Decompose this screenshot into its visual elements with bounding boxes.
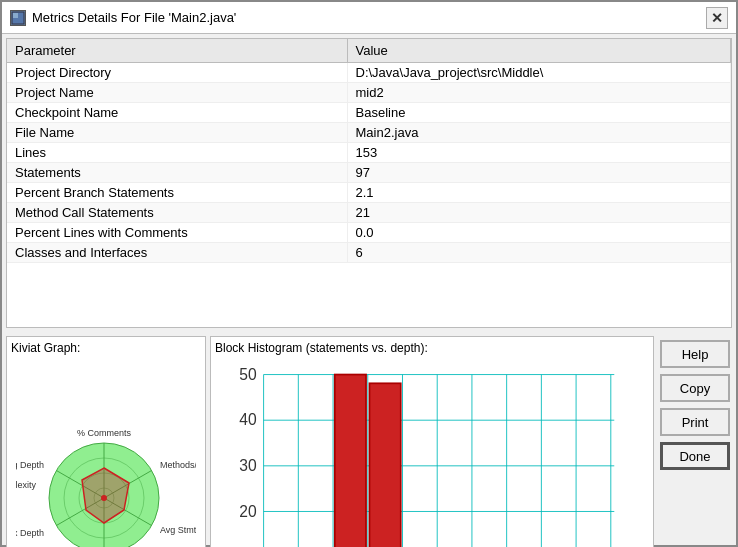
close-button[interactable]: ✕ xyxy=(706,7,728,29)
param-cell: Lines xyxy=(7,143,347,163)
table-row: Method Call Statements21 xyxy=(7,203,731,223)
metrics-table: Parameter Value Project DirectoryD:\Java… xyxy=(7,39,731,263)
table-row: Classes and Interfaces6 xyxy=(7,243,731,263)
value-cell: mid2 xyxy=(347,83,731,103)
col-param-header: Parameter xyxy=(7,39,347,63)
value-cell: Main2.java xyxy=(347,123,731,143)
svg-rect-1 xyxy=(13,13,18,18)
svg-text:% Comments: % Comments xyxy=(77,428,132,438)
param-cell: File Name xyxy=(7,123,347,143)
bottom-section: Kiviat Graph: xyxy=(2,332,736,547)
svg-rect-46 xyxy=(335,375,366,547)
window-title: Metrics Details For File 'Main2.java' xyxy=(32,10,236,25)
kiviat-label: Kiviat Graph: xyxy=(11,341,201,355)
done-button[interactable]: Done xyxy=(660,442,730,470)
param-cell: Checkpoint Name xyxy=(7,103,347,123)
title-bar-left: Metrics Details For File 'Main2.java' xyxy=(10,10,236,26)
param-cell: Project Directory xyxy=(7,63,347,83)
histogram-panel: Block Histogram (statements vs. depth): xyxy=(210,336,654,547)
histogram-label: Block Histogram (statements vs. depth): xyxy=(215,341,649,355)
histogram-chart: 0 10 20 30 40 50 xyxy=(215,357,649,547)
table-row: Project DirectoryD:\Java\Java_project\sr… xyxy=(7,63,731,83)
svg-text:50: 50 xyxy=(239,366,257,383)
param-cell: Percent Branch Statements xyxy=(7,183,347,203)
value-cell: 6 xyxy=(347,243,731,263)
print-button[interactable]: Print xyxy=(660,408,730,436)
table-row: Percent Lines with Comments0.0 xyxy=(7,223,731,243)
svg-text:Avg Stmts/Method: Avg Stmts/Method xyxy=(160,525,196,535)
value-cell: 2.1 xyxy=(347,183,731,203)
title-bar: Metrics Details For File 'Main2.java' ✕ xyxy=(2,2,736,34)
svg-point-13 xyxy=(101,495,107,501)
param-cell: Project Name xyxy=(7,83,347,103)
svg-text:Methods/Class: Methods/Class xyxy=(160,460,196,470)
param-cell: Method Call Statements xyxy=(7,203,347,223)
kiviat-panel: Kiviat Graph: xyxy=(6,336,206,547)
table-row: Project Namemid2 xyxy=(7,83,731,103)
table-row: Checkpoint NameBaseline xyxy=(7,103,731,123)
value-cell: Baseline xyxy=(347,103,731,123)
value-cell: D:\Java\Java_project\src\Middle\ xyxy=(347,63,731,83)
svg-text:Avg Depth: Avg Depth xyxy=(16,460,44,470)
value-cell: 0.0 xyxy=(347,223,731,243)
svg-text:Avg Complexity: Avg Complexity xyxy=(16,480,36,490)
value-cell: 21 xyxy=(347,203,731,223)
kiviat-graph: % Comments Methods/Class Avg Stmts/Metho… xyxy=(11,357,201,547)
main-window: Metrics Details For File 'Main2.java' ✕ … xyxy=(0,0,738,547)
svg-text:20: 20 xyxy=(239,503,257,520)
col-value-header: Value xyxy=(347,39,731,63)
param-cell: Statements xyxy=(7,163,347,183)
help-button[interactable]: Help xyxy=(660,340,730,368)
table-row: Statements97 xyxy=(7,163,731,183)
metrics-table-container[interactable]: Parameter Value Project DirectoryD:\Java… xyxy=(6,38,732,328)
copy-button[interactable]: Copy xyxy=(660,374,730,402)
table-row: Percent Branch Statements2.1 xyxy=(7,183,731,203)
value-cell: 97 xyxy=(347,163,731,183)
table-row: File NameMain2.java xyxy=(7,123,731,143)
svg-rect-47 xyxy=(370,383,401,547)
param-cell: Classes and Interfaces xyxy=(7,243,347,263)
table-row: Lines153 xyxy=(7,143,731,163)
buttons-panel: Help Copy Print Done xyxy=(658,336,732,547)
svg-text:40: 40 xyxy=(239,411,257,428)
window-icon xyxy=(10,10,26,26)
param-cell: Percent Lines with Comments xyxy=(7,223,347,243)
svg-text:30: 30 xyxy=(239,457,257,474)
value-cell: 153 xyxy=(347,143,731,163)
svg-text:Max Depth: Max Depth xyxy=(16,528,44,538)
